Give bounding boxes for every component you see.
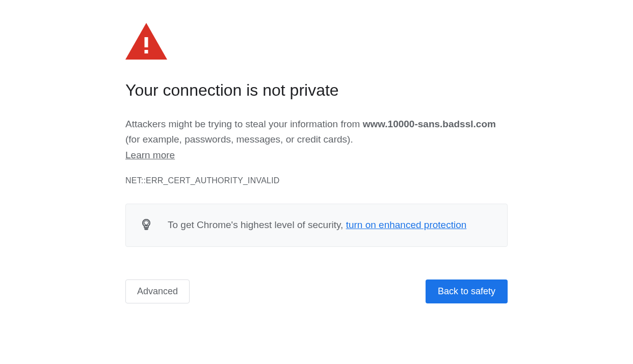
body-suffix: (for example, passwords, messages, or cr… [125, 134, 353, 145]
enhanced-protection-link[interactable]: turn on enhanced protection [346, 219, 467, 230]
affected-domain: www.10000-sans.badssl.com [363, 119, 496, 129]
advanced-button[interactable]: Advanced [125, 279, 190, 303]
body-prefix: Attackers might be trying to steal your … [125, 119, 363, 129]
page-title: Your connection is not private [125, 80, 508, 100]
warning-body: Attackers might be trying to steal your … [125, 117, 508, 163]
svg-rect-1 [145, 37, 148, 47]
enhanced-protection-tip: To get Chrome's highest level of securit… [125, 204, 508, 246]
warning-icon [125, 23, 508, 60]
svg-rect-2 [145, 50, 148, 53]
ssl-error-page: Your connection is not private Attackers… [125, 0, 508, 303]
tip-text: To get Chrome's highest level of securit… [168, 217, 466, 233]
error-code: NET::ERR_CERT_AUTHORITY_INVALID [125, 176, 508, 185]
button-row: Advanced Back to safety [125, 279, 508, 303]
tip-prefix: To get Chrome's highest level of securit… [168, 219, 346, 230]
lightbulb-icon [140, 218, 152, 233]
learn-more-link[interactable]: Learn more [125, 150, 175, 160]
back-to-safety-button[interactable]: Back to safety [426, 279, 508, 303]
